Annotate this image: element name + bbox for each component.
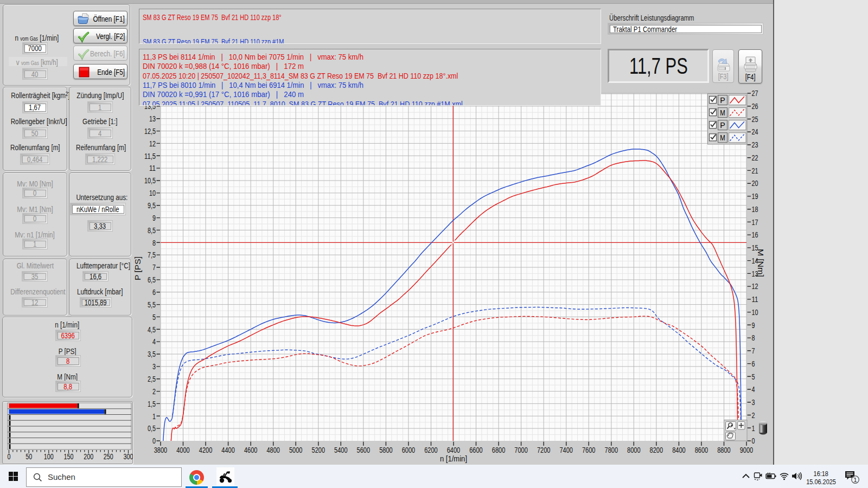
svg-text:7200: 7200 <box>537 446 551 454</box>
svg-text:P: P <box>720 95 725 105</box>
svg-text:25: 25 <box>752 115 758 124</box>
svg-text:50: 50 <box>25 452 32 461</box>
svg-text:10,5: 10,5 <box>144 176 156 185</box>
svg-text:19: 19 <box>752 192 758 201</box>
svg-text:4: 4 <box>152 337 156 346</box>
svg-text:250: 250 <box>104 452 113 461</box>
svg-text:2: 2 <box>152 387 156 396</box>
svg-text:4000: 4000 <box>176 446 190 454</box>
svg-text:200: 200 <box>84 452 93 461</box>
svg-text:24: 24 <box>752 127 758 136</box>
svg-text:10: 10 <box>149 189 156 197</box>
svg-text:5800: 5800 <box>379 446 393 454</box>
svg-text:7: 7 <box>752 346 755 355</box>
svg-text:1: 1 <box>752 424 755 433</box>
svg-text:5200: 5200 <box>312 446 326 454</box>
svg-text:16: 16 <box>752 230 758 239</box>
svg-text:27: 27 <box>752 89 758 98</box>
svg-text:7400: 7400 <box>559 446 573 454</box>
svg-text:12: 12 <box>752 282 758 291</box>
svg-text:150: 150 <box>64 452 74 461</box>
svg-text:7600: 7600 <box>582 446 596 454</box>
svg-text:5,5: 5,5 <box>148 300 156 309</box>
svg-text:3800: 3800 <box>154 446 168 454</box>
svg-text:11,5: 11,5 <box>144 152 156 160</box>
svg-text:11: 11 <box>149 164 156 172</box>
svg-text:3,5: 3,5 <box>148 350 156 358</box>
svg-text:7000: 7000 <box>514 446 528 454</box>
svg-text:7,5: 7,5 <box>148 251 156 259</box>
svg-text:M: M <box>720 108 725 117</box>
svg-text:13: 13 <box>149 114 156 123</box>
svg-text:20: 20 <box>752 179 758 188</box>
svg-text:17: 17 <box>752 218 758 227</box>
svg-text:4800: 4800 <box>266 446 280 454</box>
svg-text:12,5: 12,5 <box>144 127 156 136</box>
svg-text:5000: 5000 <box>289 446 303 454</box>
svg-text:4: 4 <box>752 385 755 394</box>
svg-text:8200: 8200 <box>650 446 663 454</box>
svg-text:2: 2 <box>752 411 755 420</box>
svg-text:3: 3 <box>752 398 755 407</box>
svg-text:6: 6 <box>152 288 156 297</box>
svg-text:P [PS]: P [PS] <box>133 256 142 280</box>
svg-text:M: M <box>720 133 725 142</box>
svg-text:21: 21 <box>752 166 758 175</box>
svg-text:7: 7 <box>152 263 156 272</box>
svg-text:9: 9 <box>152 214 156 222</box>
svg-text:0: 0 <box>752 436 755 445</box>
svg-text:0,5: 0,5 <box>148 424 156 433</box>
svg-text:10: 10 <box>752 308 758 317</box>
svg-text:4,5: 4,5 <box>148 325 156 334</box>
svg-text:8: 8 <box>752 333 755 342</box>
svg-text:8600: 8600 <box>695 446 709 454</box>
svg-text:6,5: 6,5 <box>148 275 156 284</box>
svg-text:8400: 8400 <box>672 446 686 454</box>
svg-text:5: 5 <box>152 313 156 322</box>
svg-text:11: 11 <box>752 295 758 304</box>
svg-text:0: 0 <box>8 452 11 461</box>
svg-text:7800: 7800 <box>605 446 618 454</box>
svg-text:M [Nm]: M [Nm] <box>756 249 765 277</box>
svg-text:4400: 4400 <box>221 446 235 454</box>
svg-text:8: 8 <box>152 239 156 247</box>
svg-text:6400: 6400 <box>447 446 461 454</box>
svg-text:6800: 6800 <box>492 446 506 454</box>
svg-text:2,5: 2,5 <box>148 375 156 383</box>
svg-text:P: P <box>720 120 725 130</box>
svg-text:5400: 5400 <box>334 446 348 454</box>
svg-text:9000: 9000 <box>740 446 754 454</box>
svg-text:6600: 6600 <box>469 446 483 454</box>
svg-text:23: 23 <box>752 140 758 149</box>
svg-text:300: 300 <box>124 452 133 461</box>
svg-text:18: 18 <box>752 205 758 214</box>
svg-text:n [1/min]: n [1/min] <box>440 454 467 463</box>
svg-text:5: 5 <box>752 373 755 381</box>
svg-text:1,5: 1,5 <box>148 400 156 408</box>
svg-text:4200: 4200 <box>199 446 213 454</box>
svg-text:9,5: 9,5 <box>148 201 156 210</box>
svg-text:100: 100 <box>44 452 54 461</box>
svg-text:4600: 4600 <box>244 446 258 454</box>
svg-text:5600: 5600 <box>357 446 371 454</box>
svg-text:26: 26 <box>752 102 758 111</box>
svg-text:6: 6 <box>752 359 755 368</box>
svg-text:9: 9 <box>752 321 755 330</box>
svg-text:0: 0 <box>152 436 156 445</box>
svg-text:12: 12 <box>149 139 156 148</box>
svg-text:8800: 8800 <box>717 446 731 454</box>
svg-text:1: 1 <box>152 412 156 421</box>
svg-text:8000: 8000 <box>627 446 641 454</box>
svg-text:8,5: 8,5 <box>148 226 156 235</box>
svg-text:6000: 6000 <box>402 446 416 454</box>
svg-text:22: 22 <box>752 153 758 162</box>
svg-text:1: 1 <box>853 477 857 483</box>
svg-text:3: 3 <box>152 362 156 371</box>
svg-text:6200: 6200 <box>424 446 438 454</box>
